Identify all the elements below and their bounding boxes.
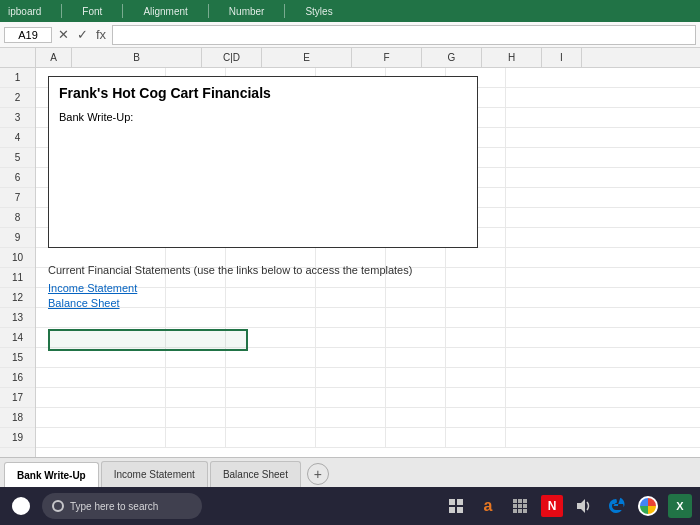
sheet-tabs-bar: Bank Write-Up Income Statement Balance S… (0, 457, 700, 487)
row-num-8: 8 (0, 208, 35, 228)
financial-statements-text: Current Financial Statements (use the li… (48, 264, 478, 276)
netflix-n-icon: N (541, 495, 563, 517)
ribbon-clipboard: ipboard (8, 6, 41, 17)
col-header-e[interactable]: E (262, 48, 352, 67)
bank-writeup-area (59, 129, 467, 239)
netflix-icon[interactable]: N (538, 492, 566, 520)
task-view-icon[interactable] (442, 492, 470, 520)
sheet-tab-income-statement[interactable]: Income Statement (101, 461, 208, 487)
amazon-a-icon: a (484, 497, 493, 515)
row-num-17: 17 (0, 388, 35, 408)
row-num-4: 4 (0, 128, 35, 148)
col-header-a[interactable]: A (36, 48, 72, 67)
row-num-2: 2 (0, 88, 35, 108)
sheet-tab-balance-sheet[interactable]: Balance Sheet (210, 461, 301, 487)
spreadsheet-grid: 1 2 3 4 5 6 7 8 9 10 11 12 13 14 15 16 1… (0, 68, 700, 457)
chrome-circle-icon (638, 496, 658, 516)
row-numbers: 1 2 3 4 5 6 7 8 9 10 11 12 13 14 15 16 1… (0, 68, 36, 457)
col-header-i[interactable]: I (542, 48, 582, 67)
excel-x-icon: X (668, 494, 692, 518)
row-num-1: 1 (0, 68, 35, 88)
svg-rect-10 (513, 509, 517, 513)
svg-rect-0 (449, 499, 455, 505)
row-num-15: 15 (0, 348, 35, 368)
taskbar-icons: a N (442, 492, 694, 520)
row-num-16: 16 (0, 368, 35, 388)
svg-rect-8 (518, 504, 522, 508)
svg-rect-5 (518, 499, 522, 503)
formula-icons: ✕ ✓ fx (56, 27, 108, 42)
formula-bar: ✕ ✓ fx (0, 22, 700, 48)
taskbar: Type here to search a (0, 487, 700, 525)
col-header-b[interactable]: B (72, 48, 202, 67)
row-num-3: 3 (0, 108, 35, 128)
ribbon-divider-1 (61, 4, 62, 18)
row-num-14: 14 (0, 328, 35, 348)
speaker-icon[interactable] (570, 492, 598, 520)
col-header-h[interactable]: H (482, 48, 542, 67)
row-num-10: 10 (0, 248, 35, 268)
formula-input[interactable] (112, 25, 696, 45)
svg-marker-13 (577, 499, 585, 513)
cancel-formula-icon[interactable]: ✕ (56, 27, 71, 42)
svg-rect-2 (449, 507, 455, 513)
spreadsheet-title: Frank's Hot Cog Cart Financials (59, 85, 467, 101)
svg-rect-11 (518, 509, 522, 513)
ribbon-font: Font (82, 6, 102, 17)
ribbon-alignment: Alignment (143, 6, 187, 17)
grid-content[interactable]: Frank's Hot Cog Cart Financials Bank Wri… (36, 68, 700, 457)
row-num-5: 5 (0, 148, 35, 168)
amazon-icon[interactable]: a (474, 492, 502, 520)
bank-writeup-label: Bank Write-Up: (59, 111, 467, 123)
row-num-18: 18 (0, 408, 35, 428)
excel-taskbar-icon[interactable]: X (666, 492, 694, 520)
column-headers: A B C|D E F G H I (0, 48, 700, 68)
insert-function-icon[interactable]: fx (94, 27, 108, 42)
row-num-7: 7 (0, 188, 35, 208)
ribbon-divider-3 (208, 4, 209, 18)
row-num-6: 6 (0, 168, 35, 188)
col-header-g[interactable]: G (422, 48, 482, 67)
svg-rect-1 (457, 499, 463, 505)
start-button[interactable] (6, 492, 36, 520)
col-header-cd[interactable]: C|D (202, 48, 262, 67)
search-placeholder-text: Type here to search (70, 501, 158, 512)
corner-spacer (0, 48, 36, 67)
confirm-formula-icon[interactable]: ✓ (75, 27, 90, 42)
selected-cell-range[interactable] (48, 329, 248, 351)
svg-rect-9 (523, 504, 527, 508)
ribbon-styles: Styles (305, 6, 332, 17)
cell-reference-input[interactable] (4, 27, 52, 43)
col-header-f[interactable]: F (352, 48, 422, 67)
row-num-12: 12 (0, 288, 35, 308)
sheet-tab-bank-writeup[interactable]: Bank Write-Up (4, 462, 99, 488)
svg-rect-7 (513, 504, 517, 508)
apps-icon[interactable] (506, 492, 534, 520)
search-icon (52, 500, 64, 512)
add-sheet-button[interactable]: + (307, 463, 329, 485)
spreadsheet-content: Frank's Hot Cog Cart Financials Bank Wri… (36, 68, 490, 359)
income-statement-link[interactable]: Income Statement (48, 282, 478, 294)
svg-rect-12 (523, 509, 527, 513)
row-num-9: 9 (0, 228, 35, 248)
ribbon-number: Number (229, 6, 265, 17)
chrome-icon[interactable] (634, 492, 662, 520)
financial-info-box: Frank's Hot Cog Cart Financials Bank Wri… (48, 76, 478, 248)
svg-rect-4 (513, 499, 517, 503)
start-icon (12, 497, 30, 515)
ribbon-divider-4 (284, 4, 285, 18)
row-num-13: 13 (0, 308, 35, 328)
svg-rect-6 (523, 499, 527, 503)
row-num-19: 19 (0, 428, 35, 448)
search-bar[interactable]: Type here to search (42, 493, 202, 519)
svg-rect-3 (457, 507, 463, 513)
row-num-11: 11 (0, 268, 35, 288)
balance-sheet-link[interactable]: Balance Sheet (48, 297, 478, 309)
ribbon-bar: ipboard Font Alignment Number Styles (0, 0, 700, 22)
edge-icon[interactable] (602, 492, 630, 520)
ribbon-divider-2 (122, 4, 123, 18)
